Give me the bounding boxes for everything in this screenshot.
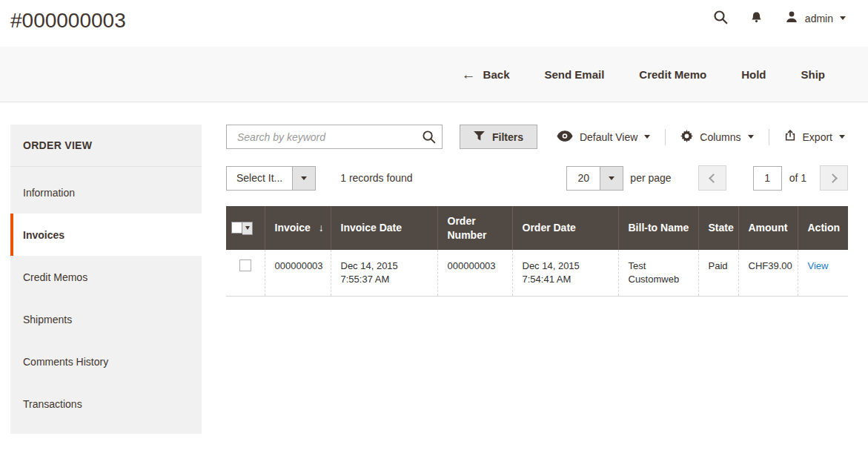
next-page-button[interactable]	[820, 165, 848, 191]
chevron-down-icon	[644, 135, 650, 139]
per-page-dropdown[interactable]: 20	[566, 166, 623, 191]
order-number-cell: 000000003	[437, 250, 512, 297]
bill-to-name-cell: Test Customweb	[618, 250, 698, 297]
select-all-control[interactable]	[231, 222, 257, 235]
records-found-text: 1 records found	[340, 172, 412, 184]
order-date-line2: 7:54:41 AM	[523, 273, 609, 286]
invoice-cell: 000000003	[265, 250, 331, 297]
order-date-cell: Dec 14, 2015 7:54:41 AM	[512, 250, 618, 297]
gear-icon	[680, 130, 693, 145]
view-selector[interactable]: Default View	[557, 129, 665, 145]
admin-username: admin	[805, 13, 833, 24]
column-header-state[interactable]: State	[698, 206, 738, 250]
invoice-date-line1: Dec 14, 2015	[341, 259, 428, 273]
mass-action-caret[interactable]	[293, 166, 316, 191]
bell-icon	[750, 11, 763, 26]
previous-page-button[interactable]	[698, 165, 726, 191]
invoice-date-cell: Dec 14, 2015 7:55:37 AM	[331, 250, 437, 297]
ship-button[interactable]: Ship	[801, 68, 826, 81]
sidebar-item-comments-history[interactable]: Comments History	[10, 340, 202, 383]
ship-label: Ship	[801, 68, 826, 81]
bill-to-line2: Customweb	[629, 273, 689, 286]
order-date-line1: Dec 14, 2015	[523, 259, 609, 273]
sidebar-item-transactions[interactable]: Transactions	[10, 383, 202, 425]
per-page-caret[interactable]	[600, 166, 623, 191]
grid-controls-row: Select It... 1 records found 20 per page	[226, 165, 848, 191]
chevron-down-icon	[245, 226, 250, 230]
pagination: 20 per page of 1	[566, 165, 848, 191]
order-action-bar: ← Back Send Email Credit Memo Hold Ship	[0, 47, 868, 102]
sidebar-item-shipments[interactable]: Shipments	[10, 298, 202, 340]
eye-icon	[557, 130, 573, 144]
send-email-label: Send Email	[544, 68, 604, 81]
chevron-right-icon	[828, 173, 838, 183]
row-select-cell	[226, 250, 265, 297]
select-all-caret[interactable]	[242, 222, 253, 235]
total-pages-label: of 1	[789, 172, 806, 184]
table-row: 000000003 Dec 14, 2015 7:55:37 AM 000000…	[226, 250, 848, 297]
sidebar-item-label: Shipments	[23, 314, 72, 325]
keyword-search	[226, 125, 443, 149]
current-page-input[interactable]	[753, 166, 782, 191]
content-area: ORDER VIEW Information Invoices Credit M…	[0, 102, 868, 434]
view-selector-label: Default View	[580, 131, 637, 143]
chevron-down-icon	[839, 135, 845, 139]
filters-button[interactable]: Filters	[460, 125, 537, 149]
grid-view-controls: Default View Columns Export	[557, 129, 848, 145]
search-and-filters: Filters	[226, 125, 537, 149]
columns-selector[interactable]: Columns	[665, 129, 768, 145]
action-cell: View	[798, 250, 848, 297]
sidebar-item-invoices[interactable]: Invoices	[10, 214, 202, 256]
user-icon	[785, 10, 798, 27]
column-header-amount[interactable]: Amount	[738, 206, 798, 250]
credit-memo-button[interactable]: Credit Memo	[639, 68, 706, 81]
column-label: State	[709, 222, 734, 234]
chevron-down-icon	[840, 16, 846, 20]
chevron-down-icon	[301, 176, 307, 180]
order-view-sidebar: ORDER VIEW Information Invoices Credit M…	[10, 125, 202, 434]
export-control[interactable]: Export	[769, 129, 848, 145]
export-icon	[784, 130, 796, 144]
mass-action-dropdown[interactable]: Select It...	[226, 166, 316, 191]
bill-to-line1: Test	[629, 259, 689, 273]
credit-memo-label: Credit Memo	[639, 68, 706, 81]
back-button[interactable]: ← Back	[462, 67, 510, 82]
global-search-button[interactable]	[713, 10, 728, 27]
sidebar-item-label: Transactions	[23, 398, 82, 410]
column-header-order-number[interactable]: Order Number	[437, 206, 512, 250]
sidebar-item-label: Credit Memos	[23, 271, 87, 283]
column-header-invoice[interactable]: Invoice↓	[265, 206, 331, 250]
select-all-header	[226, 206, 265, 250]
invoice-date-line2: 7:55:37 AM	[341, 273, 428, 286]
column-label: Invoice Date	[341, 222, 402, 234]
view-link[interactable]: View	[808, 260, 829, 271]
admin-user-menu[interactable]: admin	[785, 10, 846, 27]
filters-label: Filters	[492, 131, 523, 143]
sidebar-item-information[interactable]: Information	[10, 171, 202, 214]
sidebar-item-label: Information	[23, 187, 75, 199]
column-label: Order Date	[523, 222, 576, 234]
sidebar-nav: Information Invoices Credit Memos Shipme…	[10, 171, 202, 425]
hold-label: Hold	[741, 68, 766, 81]
back-button-label: Back	[483, 68, 510, 81]
column-header-action[interactable]: Action	[798, 206, 848, 250]
page-header: #000000003 admin	[0, 0, 868, 47]
search-icon	[422, 135, 436, 146]
search-input[interactable]	[226, 125, 443, 149]
send-email-button[interactable]: Send Email	[544, 68, 604, 81]
row-checkbox[interactable]	[239, 259, 251, 271]
columns-label: Columns	[700, 131, 741, 143]
page-title: #000000003	[10, 9, 126, 33]
search-submit-button[interactable]	[422, 130, 436, 146]
column-header-order-date[interactable]: Order Date	[512, 206, 618, 250]
state-cell: Paid	[698, 250, 738, 297]
sidebar-item-credit-memos[interactable]: Credit Memos	[10, 256, 202, 298]
hold-button[interactable]: Hold	[741, 68, 766, 81]
filter-funnel-icon	[474, 131, 485, 143]
column-header-bill-to-name[interactable]: Bill-to Name	[618, 206, 698, 250]
invoices-grid: Filters Default View Columns	[226, 125, 848, 297]
column-header-invoice-date[interactable]: Invoice Date	[331, 206, 437, 250]
select-all-checkbox[interactable]	[231, 222, 242, 234]
notifications-button[interactable]	[750, 11, 763, 26]
table-header-row: Invoice↓ Invoice Date Order Number Order…	[226, 206, 848, 250]
